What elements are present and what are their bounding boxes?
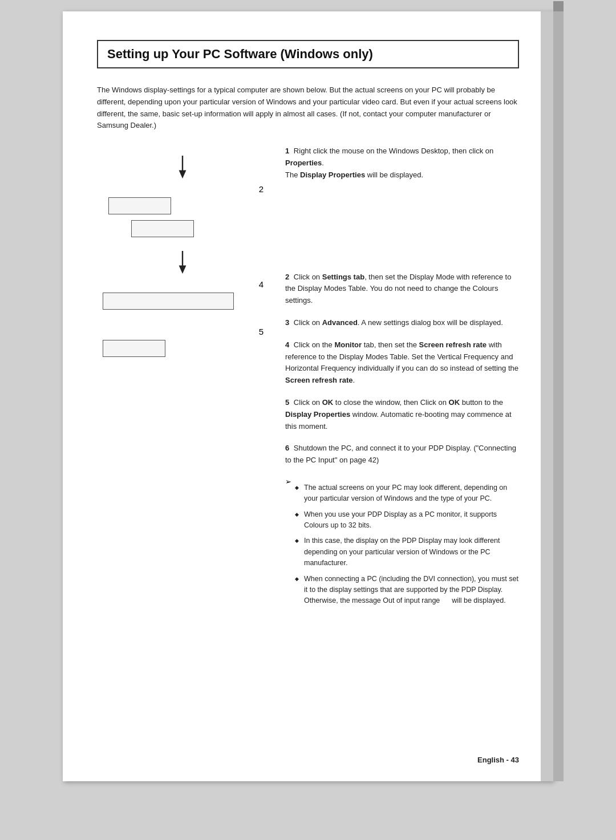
diagram-label-4: 4 — [259, 279, 264, 289]
diagram-column: 2 — [97, 145, 268, 611]
step-6-text: Shutdown the PC, and connect it to your … — [285, 444, 516, 464]
notes-list: The actual screens on your PC may look d… — [295, 482, 519, 611]
page: Setting up Your PC Software (Windows onl… — [63, 11, 553, 781]
step-1-number: 1 — [285, 147, 289, 155]
spacer-1 — [285, 192, 519, 271]
dialog-box-4 — [103, 293, 234, 310]
step-3-text: Click on Advanced. A new settings dialog… — [294, 318, 503, 327]
step-4: 4 Click on the Monitor tab, then set the… — [285, 339, 519, 387]
page-title: Setting up Your PC Software (Windows onl… — [107, 47, 509, 62]
step-2-number: 2 — [285, 273, 289, 281]
diagram-step-2: 2 — [97, 184, 268, 237]
title-box: Setting up Your PC Software (Windows onl… — [97, 40, 519, 68]
arrow-1 — [97, 156, 268, 178]
note-item-1: The actual screens on your PC may look d… — [295, 482, 519, 505]
step-5: 5 Click on OK to close the window, then … — [285, 397, 519, 432]
note-item-2: When you use your PDP Display as a PC mo… — [295, 509, 519, 531]
step-3: 3 Click on Advanced. A new settings dial… — [285, 317, 519, 329]
intro-paragraph: The Windows display-settings for a typic… — [97, 84, 519, 132]
step-1-text: Right click the mouse on the Windows Des… — [285, 147, 493, 179]
step-6: 6 Shutdown the PC, and connect it to you… — [285, 443, 519, 466]
notes-section: ➢ The actual screens on your PC may look… — [285, 477, 519, 611]
two-column-layout: 2 — [97, 145, 519, 611]
step-3-number: 3 — [285, 318, 289, 327]
svg-marker-1 — [179, 171, 187, 178]
dialog-boxes-2 — [97, 197, 268, 237]
step-6-number: 6 — [285, 444, 289, 452]
dialog-box-5 — [103, 340, 165, 357]
step-1: 1 Right click the mouse on the Windows D… — [285, 145, 519, 181]
step-5-text: Click on OK to close the window, then Cl… — [285, 398, 512, 431]
footer: English - 43 — [477, 756, 519, 764]
arrow-down-icon-2 — [176, 251, 189, 274]
steps-column: 1 Right click the mouse on the Windows D… — [285, 145, 519, 611]
step-5-number: 5 — [285, 398, 289, 407]
diagram-step-5: 5 — [97, 327, 268, 357]
note-intro-row: ➢ The actual screens on your PC may look… — [285, 477, 519, 611]
dialog-box-2a — [108, 197, 171, 214]
diagram-label-5: 5 — [259, 327, 264, 336]
note-item-3: In this case, the display on the PDP Dis… — [295, 535, 519, 569]
note-arrow-icon: ➢ — [285, 477, 291, 486]
diagram-label-2: 2 — [259, 184, 264, 194]
diagram-step-4: 4 — [97, 279, 268, 310]
arrow-down-icon-1 — [176, 156, 189, 178]
step-4-text: Click on the Monitor tab, then set the S… — [285, 340, 518, 384]
right-sidebar-bar — [541, 11, 553, 781]
arrow-2 — [97, 251, 268, 274]
step-2-text: Click on Settings tab, then set the Disp… — [285, 273, 511, 305]
step-2: 2 Click on Settings tab, then set the Di… — [285, 271, 519, 307]
svg-marker-3 — [179, 266, 187, 274]
step-4-number: 4 — [285, 340, 289, 349]
footer-text: English - 43 — [477, 756, 519, 764]
dialog-box-2b — [131, 220, 194, 237]
note-item-4: When connecting a PC (including the DVI … — [295, 574, 519, 607]
